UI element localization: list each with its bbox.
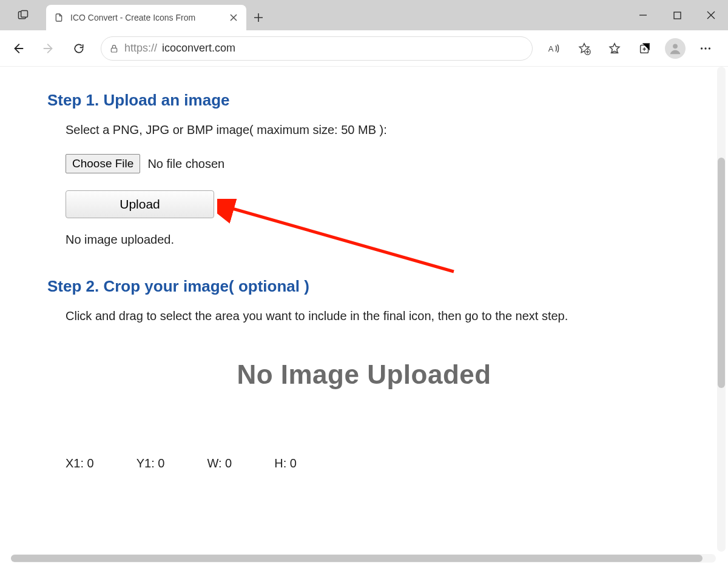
horizontal-scrollbar[interactable]	[11, 554, 716, 563]
coord-y1: Y1: 0	[136, 456, 165, 470]
coord-w: W: 0	[207, 456, 232, 470]
upload-status: No image uploaded.	[66, 233, 681, 247]
nav-refresh-button[interactable]	[66, 35, 92, 62]
svg-rect-3	[111, 48, 116, 52]
browser-tab[interactable]: ICO Convert - Create Icons From	[46, 5, 246, 30]
coord-h: H: 0	[274, 456, 297, 470]
svg-rect-1	[21, 11, 28, 18]
nav-back-button[interactable]	[5, 35, 32, 62]
url-protocol: https://	[124, 42, 157, 55]
file-chosen-status: No file chosen	[147, 157, 224, 171]
step2-instruction: Click and drag to select the area you wa…	[66, 309, 681, 323]
horizontal-scrollbar-thumb[interactable]	[11, 555, 703, 562]
step1-heading: Step 1. Upload an image	[47, 91, 681, 110]
page-viewport: Step 1. Upload an image Select a PNG, JP…	[11, 67, 717, 553]
browser-toolbar: https://icoconvert.com A	[0, 30, 728, 67]
window-close-button[interactable]	[694, 0, 728, 30]
crop-placeholder: No Image Uploaded	[47, 359, 681, 390]
site-info-lock-icon[interactable]	[109, 44, 120, 53]
vertical-scrollbar-thumb[interactable]	[718, 158, 725, 388]
new-tab-button[interactable]	[246, 5, 271, 30]
toolbar-right-icons: A	[541, 36, 723, 61]
tab-close-button[interactable]	[228, 12, 239, 23]
nav-forward-button[interactable]	[35, 35, 62, 62]
profile-button[interactable]	[662, 36, 688, 61]
svg-point-7	[673, 44, 678, 48]
page-favicon-icon	[53, 12, 64, 23]
window-maximize-button[interactable]	[660, 0, 694, 30]
window-titlebar: ICO Convert - Create Icons From	[0, 0, 728, 30]
favorites-button[interactable]	[602, 36, 627, 61]
window-minimize-button[interactable]	[626, 0, 660, 30]
add-favorite-button[interactable]	[571, 36, 597, 61]
svg-point-10	[709, 47, 710, 49]
tab-actions-button[interactable]	[5, 0, 41, 30]
window-controls	[626, 0, 728, 30]
url-host: icoconvert.com	[162, 42, 235, 55]
collections-button[interactable]	[632, 36, 658, 61]
page-content: Step 1. Upload an image Select a PNG, JP…	[11, 67, 717, 495]
step1-instruction: Select a PNG, JPG or BMP image( maximum …	[66, 123, 681, 137]
settings-more-button[interactable]	[693, 36, 718, 61]
vertical-scrollbar[interactable]	[717, 67, 726, 552]
upload-button[interactable]: Upload	[66, 190, 214, 218]
address-bar[interactable]: https://icoconvert.com	[101, 36, 533, 61]
avatar-icon	[665, 38, 686, 59]
coord-x1: X1: 0	[66, 456, 94, 470]
svg-point-9	[704, 47, 706, 49]
file-input-row: Choose File No file chosen	[66, 154, 681, 173]
svg-text:A: A	[548, 44, 554, 53]
step2-heading: Step 2. Crop your image( optional )	[47, 277, 681, 296]
choose-file-button[interactable]: Choose File	[66, 154, 140, 173]
tab-title: ICO Convert - Create Icons From	[70, 13, 222, 22]
svg-rect-2	[674, 12, 681, 19]
read-aloud-button[interactable]: A	[541, 36, 567, 61]
svg-point-8	[701, 47, 703, 49]
crop-coordinates: X1: 0 Y1: 0 W: 0 H: 0	[47, 456, 681, 470]
